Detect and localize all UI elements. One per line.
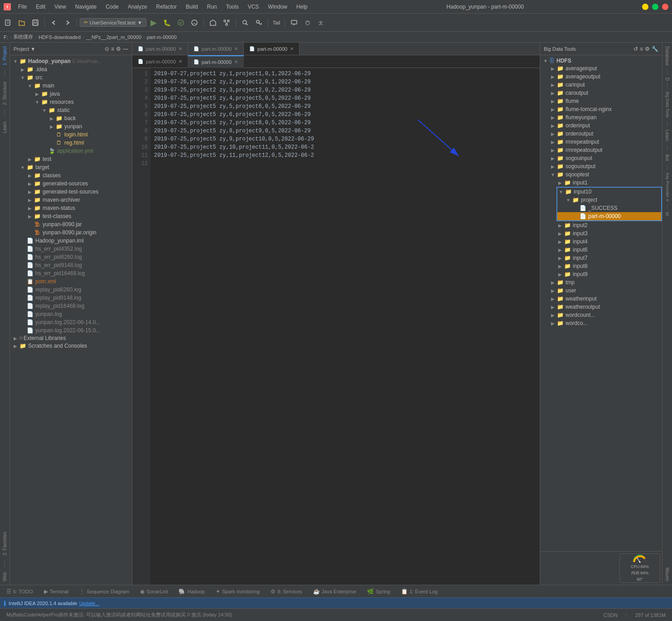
hdfs-item-wordco[interactable]: ▶📁wordco...	[540, 319, 662, 327]
maximize-button[interactable]	[652, 4, 658, 10]
tree-item-target[interactable]: ▼ 📁 target	[10, 163, 132, 171]
hdfs-item-caroutput[interactable]: ▶📁caroutput	[540, 89, 662, 97]
build-project-btn[interactable]	[207, 16, 219, 29]
tree-item-yunpan-folder[interactable]: ▶ 📁 yunpan	[10, 122, 132, 131]
tree-item-ext-libs[interactable]: ▶ ⫴⫴ External Libraries	[10, 335, 132, 342]
hdfs-settings-icon[interactable]: ≡	[640, 46, 643, 52]
hdfs-item-success[interactable]: ▶📄_SUCCESS	[557, 204, 661, 212]
menu-vcs[interactable]: VCS	[244, 3, 263, 11]
run-button[interactable]: ▶	[147, 16, 160, 29]
hdfs-item-flumeyunpan[interactable]: ▶📁flumeyunpan	[540, 113, 662, 121]
breadcrumb-drive[interactable]: F:	[4, 34, 8, 40]
hdfs-tools-icon[interactable]: 🔧	[652, 46, 658, 52]
tree-item-back[interactable]: ▶ 📁 back	[10, 114, 132, 122]
tree-item-scratches[interactable]: ▶ 📁 Scratches and Consoles	[10, 342, 132, 350]
bottom-tab-todo[interactable]: ☰ 6: TODO	[2, 587, 38, 596]
editor-sec-tab-2[interactable]: 📄 part-m-00000 ✕	[188, 55, 244, 68]
hdfs-item-input7[interactable]: ▶📁input7	[540, 254, 662, 262]
bottom-tab-hadoop[interactable]: 🐘 Hadoop	[174, 587, 209, 596]
menu-tools[interactable]: Tools	[222, 3, 242, 11]
menu-help[interactable]: Help	[293, 3, 311, 11]
sidebar-tab-project[interactable]: 1: Project	[1, 44, 8, 67]
right-tab-keypromoter[interactable]: Key Promoter X	[664, 172, 671, 203]
tree-item-gen-sources[interactable]: ▶ 📁 generated-sources	[10, 180, 132, 188]
notification-update-link[interactable]: Update...	[79, 601, 100, 606]
power-btn[interactable]	[301, 16, 314, 29]
code-content[interactable]: 2019-07-27,project1 zy,1,project1,0,1,20…	[150, 68, 540, 585]
minimize-button[interactable]	[642, 4, 648, 10]
hdfs-item-averageinput[interactable]: ▶📁averageinput	[540, 64, 662, 73]
tree-item-java[interactable]: ▶ 📁 java	[10, 90, 132, 98]
right-tab-learn[interactable]: Learn	[664, 128, 671, 143]
hdfs-item-input3[interactable]: ▶📁input3	[540, 229, 662, 238]
editor-tab-3[interactable]: 📄 part-m-00000 ✕	[244, 43, 300, 55]
hdfs-item-orderinput[interactable]: ▶📁orderinput	[540, 121, 662, 130]
hdfs-item-part-m-00000[interactable]: ▶📄part-m-00000	[557, 212, 661, 220]
hdfs-item-sogououtput[interactable]: ▶📁sogououtput	[540, 162, 662, 170]
hdfs-item-input6[interactable]: ▶📁input6	[540, 246, 662, 254]
bottom-tab-spark[interactable]: ✦ Spark monitoring	[211, 587, 264, 596]
replace-btn[interactable]	[252, 16, 265, 29]
project-expand-icon[interactable]: —	[123, 46, 128, 52]
editor-tab-1[interactable]: 📄 part-m-00000 ✕	[132, 43, 188, 55]
status-csdn[interactable]: CSDN	[601, 612, 620, 618]
tree-item-yunpan-log3[interactable]: ▶ 📄 yunpan.log.2022-06-15.0...	[10, 326, 132, 335]
hdfs-item-tmp[interactable]: ▶📁tmp	[540, 278, 662, 286]
menu-window[interactable]: Window	[264, 3, 291, 11]
right-tab-m[interactable]: m	[664, 211, 671, 217]
tree-item-application-yml[interactable]: ▶ 🍃 application.yml	[10, 147, 132, 155]
project-scope-icon[interactable]: ⊙	[105, 46, 109, 52]
vcs-btn[interactable]	[220, 16, 233, 29]
menu-run[interactable]: Run	[203, 3, 221, 11]
hdfs-item-input4[interactable]: ▶📁input4	[540, 238, 662, 246]
tree-item-log7[interactable]: ▶ 📄 replay_pid16468.log	[10, 302, 132, 310]
run-config-dropdown[interactable]: ✏ UserServiceTest.test ▼	[80, 18, 146, 27]
right-tab-ant[interactable]: Ant	[664, 152, 671, 163]
menu-view[interactable]: View	[51, 3, 70, 11]
tree-item-log2[interactable]: ▶ 📄 hs_err_pid6260.log	[10, 253, 132, 261]
sidebar-tab-learn[interactable]: Learn	[1, 120, 8, 135]
hdfs-item-weatherinput[interactable]: ▶📁weatherinput	[540, 295, 662, 303]
tree-item-resources[interactable]: ▼ 📁 resources	[10, 98, 132, 106]
hdfs-item-input1[interactable]: ▶📁input1	[540, 179, 662, 187]
bottom-tab-enterprise[interactable]: ☕ Java Enterprise	[309, 587, 361, 596]
breadcrumb-part3[interactable]: __NPz__2part_m_00000	[86, 34, 141, 40]
hdfs-item-rmrepeatoutput[interactable]: ▶📁rmrepeatoutput	[540, 146, 662, 154]
tree-item-classes[interactable]: ▶ 📁 classes	[10, 171, 132, 180]
tree-item-log6[interactable]: ▶ 📄 replay_pid9148.log	[10, 294, 132, 302]
tail-label[interactable]: Tail	[271, 16, 282, 29]
coverage-button[interactable]	[174, 16, 187, 29]
tree-item-jar1[interactable]: ▶ 🗜 yunpan-8090.jar	[10, 220, 132, 228]
menu-analyze[interactable]: Analyze	[124, 3, 151, 11]
tree-item-login[interactable]: ▶ 🗒 login.html	[10, 131, 132, 139]
breadcrumb-part4[interactable]: part-m-00000	[147, 34, 177, 40]
menu-edit[interactable]: Edit	[32, 3, 49, 11]
hdfs-item-rmrepeatinput[interactable]: ▶📁rmrepeatinput	[540, 138, 662, 146]
right-tab-bigdata[interactable]: Big Data Tools	[664, 91, 671, 119]
profile-button[interactable]	[188, 16, 201, 29]
hdfs-item-input9[interactable]: ▶📁input9	[540, 270, 662, 278]
menu-navigate[interactable]: Navigate	[72, 3, 100, 11]
hdfs-root[interactable]: ▼ 🗄 HDFS	[540, 57, 662, 64]
hdfs-item-user[interactable]: ▶📁user	[540, 286, 662, 295]
search-btn[interactable]	[239, 16, 251, 29]
menu-refactor[interactable]: Refactor	[153, 3, 180, 11]
code-editor[interactable]: 12345 678910 1112 2019-07-27,project1 zy…	[132, 68, 540, 585]
hdfs-item-flume[interactable]: ▶📁flume	[540, 97, 662, 105]
hdfs-item-carinput[interactable]: ▶📁carinput	[540, 81, 662, 89]
menu-file[interactable]: File	[15, 3, 30, 11]
menu-code[interactable]: Code	[102, 3, 122, 11]
hdfs-item-flume-tomcat[interactable]: ▶📁flume-tomcat-nginx	[540, 105, 662, 113]
tree-item-idea[interactable]: ▶ 📁 .idea	[10, 65, 132, 73]
breadcrumb-part2[interactable]: HDFS-downloaded	[39, 34, 81, 40]
hdfs-item-orderoutput[interactable]: ▶📁orderoutput	[540, 130, 662, 138]
right-tab-database[interactable]: Database	[664, 44, 671, 68]
tree-item-log1[interactable]: ▶ 📄 hs_err_pid4352.log	[10, 245, 132, 253]
hdfs-item-weatheroutput[interactable]: ▶📁weatheroutput	[540, 303, 662, 311]
tree-item-root[interactable]: ▼ 📁 Hadoop_yunpan E:\IdeaProje...	[10, 57, 132, 65]
bottom-tab-terminal[interactable]: ▶ Terminal	[39, 587, 73, 596]
hdfs-item-input2[interactable]: ▶📁input2	[540, 221, 662, 229]
hdfs-item-input10[interactable]: ▼📁input10	[557, 188, 661, 196]
tree-item-gen-test-sources[interactable]: ▶ 📁 generated-test-sources	[10, 188, 132, 196]
presentation-btn[interactable]	[288, 16, 300, 29]
